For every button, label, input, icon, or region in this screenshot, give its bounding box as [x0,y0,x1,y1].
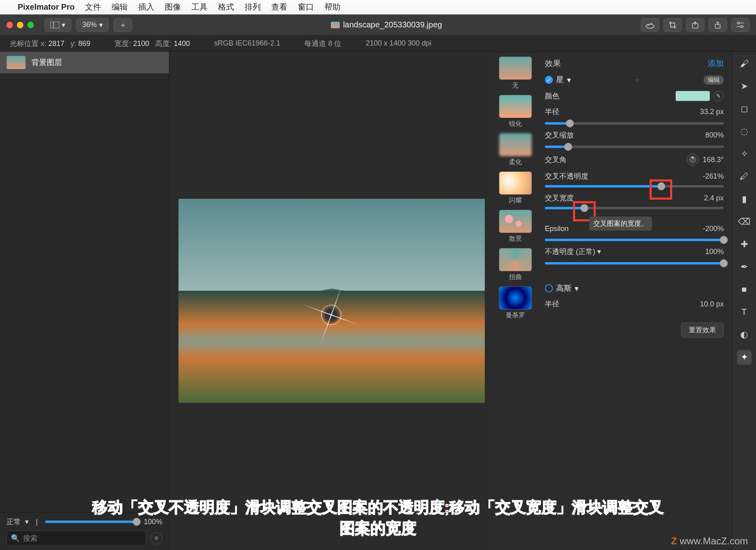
info-bar: 光标位置 x: 2817 y: 869 宽度: 2100 高度: 1400 sR… [0,35,756,52]
control-opacity: 不透明度 (正常) ▾ 100% [545,247,724,256]
preset-none[interactable]: 无 [499,56,532,90]
menu-view[interactable]: 查看 [271,2,287,12]
layers-footer: 正常 ▾ | 100% 🔍 搜索 ≡ [0,512,169,550]
layer-blend-row[interactable]: 正常 ▾ | 100% [6,517,162,527]
chevron-down-icon[interactable]: ▾ [597,248,601,256]
bit-depth: 每通道 8 位 [304,39,341,48]
layer-thumb-icon [6,56,26,69]
preset-twist[interactable]: 扭曲 [499,248,532,281]
close-window-button[interactable] [6,22,13,28]
eraser-icon [645,21,655,29]
preset-glare[interactable]: 闪耀 [499,171,532,205]
menu-file[interactable]: 文件 [85,2,101,12]
menu-format[interactable]: 格式 [218,2,234,12]
app-name[interactable]: Pixelmator Pro [18,2,75,12]
add-button[interactable]: ＋ [114,18,132,32]
svg-point-6 [738,22,740,24]
layer-background[interactable]: 背景图层 [0,52,169,73]
dimensions-dpi: 2100 x 1400 300 dpi [366,39,431,48]
epsilon-slider[interactable] [545,239,724,241]
effect-edit-button[interactable]: 编辑 [704,75,724,85]
angle-dial[interactable] [687,154,699,166]
shape-tool[interactable]: ■ [737,282,752,297]
control-cross-opacity: 交叉不透明度-261% [545,171,724,181]
preset-sharpen[interactable]: 锐化 [499,95,532,128]
share-button[interactable] [708,18,727,32]
eyedropper-button[interactable]: ✎ [713,91,724,101]
menu-tools[interactable]: 工具 [191,2,208,12]
control-cross-width: 交叉宽度2.4 px [545,193,724,203]
menu-window[interactable]: 窗口 [298,2,314,12]
menu-insert[interactable]: 插入 [138,2,154,12]
cross-scale-slider[interactable] [545,146,724,148]
brush-tool[interactable]: 🖌 [737,56,752,71]
menu-arrange[interactable]: 排列 [245,2,261,12]
eraser-tool[interactable]: ⌫ [737,215,752,229]
plus-icon: ＋ [119,20,127,30]
canvas-area[interactable] [169,52,494,550]
fullscreen-window-button[interactable] [27,22,34,28]
document-title-text: landscape_205330039.jpeg [343,20,442,29]
color-adjust-tool[interactable]: ◐ [737,327,752,342]
blend-mode-label: 正常 [6,517,21,527]
layers-search-input[interactable]: 🔍 搜索 [6,531,146,546]
cursor-position: 光标位置 x: 2817 y: 869 [10,39,90,48]
preset-mandala[interactable]: 曼荼罗 [499,286,532,320]
sidebar-toggle-button[interactable]: ▾ [44,18,71,32]
paint-tool[interactable]: 🖊 [737,169,752,184]
preset-soften[interactable]: 柔化 [499,133,532,167]
minimize-window-button[interactable] [17,22,23,28]
magic-wand-tool[interactable]: ✧ [737,147,752,161]
macos-menubar: Pixelmator Pro 文件 编辑 插入 图像 工具 格式 排列 查看 窗… [0,0,756,15]
cross-opacity-slider[interactable] [545,185,724,188]
heal-tool[interactable]: ✚ [737,237,752,252]
search-icon: 🔍 [11,534,20,543]
chevron-down-icon: ▾ [567,75,571,85]
image-size: 宽度: 2100 高度: 1400 [114,39,190,48]
zoom-dropdown[interactable]: 36% ▾ [76,18,109,32]
opacity-slider[interactable] [545,262,724,265]
text-tool[interactable]: T [737,305,752,319]
sidebar-icon [50,22,59,28]
adjustments-button[interactable] [731,18,750,32]
preset-bokeh[interactable]: 散景 [499,210,532,243]
layers-filter-button[interactable]: ≡ [150,532,162,544]
effect-star-header[interactable]: ✓ 星 ▾ ○ 编辑 [545,75,724,85]
tool-strip: 🖌 ➤ ◻ ◌ ✧ 🖊 ▮ ⌫ ✚ ✒ ■ T ◐ ✦ [732,52,756,550]
fill-tool[interactable]: ▮ [737,192,752,206]
arrow-tool[interactable]: ➤ [737,79,752,94]
effect-star-checkbox[interactable]: ✓ [545,76,553,84]
pen-tool[interactable]: ✒ [737,260,752,274]
effect-gaussian-checkbox[interactable] [545,284,553,292]
layer-opacity-value: 100% [144,518,162,526]
export-button[interactable] [686,18,704,32]
cross-width-tooltip: 交叉图案的宽度。 [589,217,652,231]
star-effect-gizmo[interactable] [313,297,349,333]
crop-tool-button[interactable] [663,18,682,32]
lasso-tool[interactable]: ◌ [737,124,752,139]
reset-effects-button[interactable]: 重置效果 [681,323,724,338]
menu-image[interactable]: 图像 [165,2,181,12]
workspace: 背景图层 正常 ▾ | 100% 🔍 搜索 ≡ [0,52,756,550]
control-gaussian-radius: 半径10.0 px [545,299,724,309]
menu-edit[interactable]: 编辑 [112,2,128,12]
menu-help[interactable]: 帮助 [324,2,341,12]
effect-gaussian-header[interactable]: 高斯 ▾ [545,283,724,294]
cross-width-slider[interactable] [545,207,724,209]
zoom-value: 36% [82,21,97,29]
erase-tool-button[interactable] [641,18,659,32]
marquee-tool[interactable]: ◻ [737,102,752,116]
color-profile: sRGB IEC61966-2.1 [214,39,280,48]
add-effect-button[interactable]: 添加 [708,58,724,69]
document-title: landscape_205330039.jpeg [137,20,636,29]
canvas-image [179,199,485,403]
crop-icon [669,21,677,29]
radius-slider[interactable] [545,122,724,125]
control-cross-scale: 交叉缩放800% [545,130,724,140]
window-controls [6,22,34,28]
color-swatch[interactable] [675,91,710,101]
share-icon [714,21,722,29]
chevron-down-icon: ▾ [99,21,103,29]
window-toolbar: ▾ 36% ▾ ＋ landscape_205330039.jpeg [0,15,756,35]
effects-tool[interactable]: ✦ [737,350,752,365]
